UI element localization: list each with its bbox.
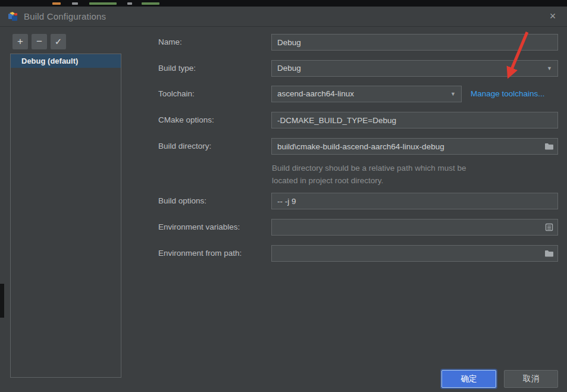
close-icon[interactable]: × — [546, 10, 559, 23]
minus-icon: − — [36, 36, 42, 47]
hint-line-2: located in project root directory. — [272, 174, 540, 187]
cmake-options-label: CMake options: — [158, 112, 214, 128]
build-type-dropdown[interactable]: Debug ▼ — [271, 60, 558, 77]
app-icon — [8, 11, 18, 22]
folder-icon[interactable] — [544, 142, 554, 151]
environment-variables-input[interactable] — [271, 219, 558, 236]
build-directory-field-wrap — [271, 138, 558, 155]
toolchain-dropdown[interactable]: ascend-aarch64-linux ▼ — [271, 86, 462, 102]
editor-text-fragment — [142, 2, 159, 5]
plus-icon: + — [17, 36, 23, 47]
cancel-button[interactable]: 取消 — [504, 370, 558, 388]
environment-from-path-label: Environment from path: — [158, 245, 242, 262]
build-directory-label: Build directory: — [158, 138, 211, 155]
build-options-label: Build options: — [158, 193, 206, 209]
editor-text-fragment — [72, 2, 78, 5]
name-input[interactable] — [271, 34, 558, 51]
add-configuration-button[interactable]: + — [12, 34, 28, 49]
cmake-options-input[interactable] — [271, 112, 558, 128]
folder-icon[interactable] — [544, 249, 554, 258]
toolchain-label: Toolchain: — [158, 86, 195, 102]
build-options-input[interactable] — [271, 193, 558, 209]
editor-text-fragment — [52, 2, 61, 5]
build-type-label: Build type: — [158, 60, 196, 77]
environment-variables-label: Environment variables: — [158, 219, 240, 236]
chevron-down-icon: ▼ — [450, 86, 456, 102]
toolchain-value: ascend-aarch64-linux — [277, 89, 354, 98]
name-label: Name: — [158, 34, 182, 51]
dialog-titlebar[interactable]: Build Configurations × — [0, 7, 567, 27]
apply-configuration-button[interactable]: ✓ — [51, 34, 66, 49]
build-options-field-wrap — [271, 193, 558, 209]
check-icon: ✓ — [55, 36, 62, 46]
build-configurations-dialog: Build Configurations × + − ✓ Debug (defa… — [0, 0, 567, 392]
build-type-value: Debug — [277, 64, 301, 73]
environment-variables-field-wrap — [271, 219, 558, 236]
manage-toolchains-link[interactable]: Manage toolchains... — [471, 86, 545, 102]
configuration-list: Debug (default) — [10, 54, 121, 378]
background-window-edge — [0, 284, 4, 318]
list-icon[interactable] — [544, 222, 554, 232]
editor-text-fragment — [127, 2, 132, 5]
ok-button[interactable]: 确定 — [441, 370, 496, 388]
environment-from-path-field-wrap — [271, 245, 558, 262]
build-directory-hint: Build directory should be a relative pat… — [272, 162, 540, 187]
remove-configuration-button[interactable]: − — [32, 34, 47, 49]
dialog-title: Build Configurations — [24, 11, 106, 21]
chevron-down-icon: ▼ — [547, 61, 552, 76]
hint-line-1: Build directory should be a relative pat… — [272, 162, 540, 174]
background-window-strip — [0, 0, 567, 7]
environment-from-path-input[interactable] — [271, 245, 558, 262]
editor-text-fragment — [89, 2, 117, 5]
cmake-options-field-wrap — [271, 112, 558, 128]
name-field-wrap — [271, 34, 558, 51]
build-directory-input[interactable] — [271, 138, 558, 155]
list-item-debug-default[interactable]: Debug (default) — [11, 54, 121, 68]
